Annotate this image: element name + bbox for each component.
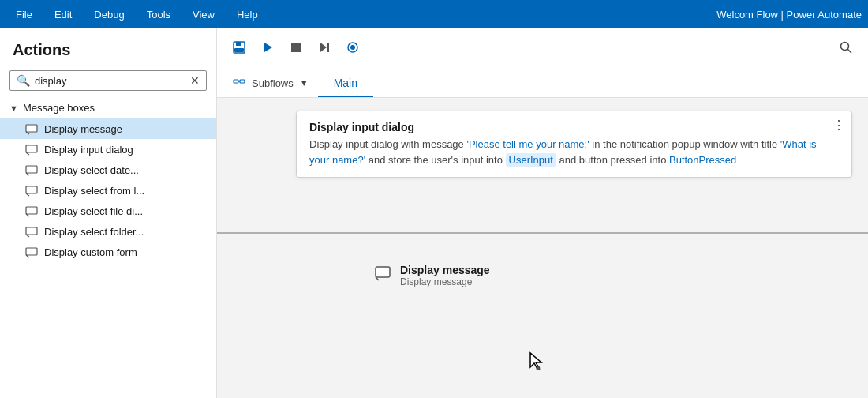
message-icon bbox=[25, 122, 38, 135]
sidebar-item-label-0: Display message bbox=[44, 123, 122, 135]
svg-rect-33 bbox=[537, 366, 541, 370]
flow-item-1: Display input dialog Display input dialo… bbox=[296, 111, 852, 178]
svg-rect-18 bbox=[291, 43, 301, 52]
sidebar-title: Actions bbox=[0, 28, 216, 67]
sidebar-item-display-message[interactable]: Display message bbox=[0, 118, 216, 139]
sidebar-item-display-select-file[interactable]: Display select file di... bbox=[0, 201, 216, 221]
save-button[interactable] bbox=[226, 35, 252, 60]
content-area: Subflows ▼ Main 1 Display input dialog bbox=[217, 28, 868, 398]
toolbar bbox=[217, 28, 868, 66]
sidebar-item-display-select-date[interactable]: Display select date... bbox=[0, 160, 216, 180]
svg-rect-16 bbox=[234, 48, 244, 52]
search-icon: 🔍 bbox=[17, 74, 30, 87]
more-options-button[interactable]: ⋮ bbox=[832, 118, 845, 133]
sidebar-item-display-select-from[interactable]: Display select from l... bbox=[0, 180, 216, 201]
step-button[interactable] bbox=[312, 35, 337, 60]
sidebar-item-label-3: Display select from l... bbox=[44, 185, 144, 197]
svg-rect-2 bbox=[26, 145, 37, 152]
message-icon-3 bbox=[25, 184, 38, 197]
flow-item-2-subtitle: Display message bbox=[400, 276, 490, 287]
flow-link-1: 'Please tell me your name:' bbox=[466, 138, 589, 150]
sidebar-item-display-select-folder[interactable]: Display select folder... bbox=[0, 221, 216, 242]
subflows-chevron: ▼ bbox=[300, 78, 309, 88]
message-icon-1 bbox=[25, 143, 38, 156]
svg-line-24 bbox=[847, 49, 851, 53]
svg-rect-20 bbox=[327, 43, 329, 52]
tab-subflows[interactable]: Subflows ▼ bbox=[223, 70, 318, 97]
message-icon-5 bbox=[25, 225, 38, 238]
search-input[interactable]: display bbox=[35, 75, 185, 87]
svg-rect-30 bbox=[376, 267, 390, 277]
message-icon-4 bbox=[25, 205, 38, 217]
record-button[interactable] bbox=[340, 35, 365, 60]
cursor-icon bbox=[529, 351, 544, 374]
svg-marker-17 bbox=[264, 43, 272, 52]
subflows-label: Subflows bbox=[252, 77, 294, 89]
flow-var-userinput: UserInput bbox=[506, 153, 556, 167]
svg-marker-19 bbox=[320, 43, 327, 52]
menu-help[interactable]: Help bbox=[227, 6, 268, 24]
flow-item-1-title: Display input dialog bbox=[309, 121, 823, 133]
main-layout: Actions 🔍 display ✕ ▼ Message boxes Disp… bbox=[0, 28, 868, 398]
canvas-divider bbox=[217, 232, 868, 234]
canvas: 1 Display input dialog Display input dia… bbox=[217, 98, 868, 398]
flow-item-2-title: Display message bbox=[400, 264, 490, 276]
svg-rect-8 bbox=[26, 207, 37, 214]
svg-rect-25 bbox=[234, 80, 238, 83]
menu-file[interactable]: File bbox=[6, 6, 42, 24]
svg-rect-12 bbox=[26, 248, 37, 255]
message-icon-2 bbox=[25, 163, 38, 176]
sidebar-item-label-5: Display select folder... bbox=[44, 226, 144, 238]
sidebar-item-label-1: Display input dialog bbox=[44, 144, 133, 156]
svg-point-22 bbox=[350, 45, 355, 50]
svg-rect-0 bbox=[26, 125, 37, 132]
clear-icon[interactable]: ✕ bbox=[190, 74, 200, 87]
menu-edit[interactable]: Edit bbox=[45, 6, 81, 24]
chevron-down-icon: ▼ bbox=[9, 103, 18, 113]
menu-tools[interactable]: Tools bbox=[137, 6, 180, 24]
section-label: Message boxes bbox=[23, 102, 95, 114]
flow-item-2-text: Display message Display message bbox=[400, 264, 490, 287]
sidebar-item-label-6: Display custom form bbox=[44, 246, 137, 258]
section-header-message-boxes[interactable]: ▼ Message boxes bbox=[0, 97, 216, 118]
flow-item-2: Display message Display message bbox=[375, 264, 490, 287]
menu-items: File Edit Debug Tools View Help bbox=[6, 6, 716, 24]
svg-rect-4 bbox=[26, 166, 37, 173]
message-icon-6 bbox=[25, 246, 38, 258]
menu-view[interactable]: View bbox=[183, 6, 224, 24]
tabs-bar: Subflows ▼ Main bbox=[217, 66, 868, 98]
stop-button[interactable] bbox=[283, 35, 309, 60]
svg-rect-15 bbox=[236, 42, 241, 46]
sidebar-item-display-input[interactable]: Display input dialog bbox=[0, 139, 216, 160]
search-button[interactable] bbox=[833, 35, 859, 60]
sidebar-item-label-4: Display select file di... bbox=[44, 205, 143, 217]
svg-rect-6 bbox=[26, 186, 37, 193]
menu-debug[interactable]: Debug bbox=[84, 6, 133, 24]
svg-marker-32 bbox=[530, 353, 541, 369]
flow-link-3: ButtonPressed bbox=[669, 154, 736, 166]
flow-item-1-desc: Display input dialog with message 'Pleas… bbox=[309, 137, 823, 167]
svg-rect-26 bbox=[240, 80, 245, 83]
sidebar: Actions 🔍 display ✕ ▼ Message boxes Disp… bbox=[0, 28, 217, 398]
search-box[interactable]: 🔍 display ✕ bbox=[9, 70, 207, 91]
main-tab-label: Main bbox=[334, 77, 357, 89]
app-title: Welcom Flow | Power Automate bbox=[716, 9, 862, 21]
run-button[interactable] bbox=[255, 35, 280, 60]
menu-bar: File Edit Debug Tools View Help Welcom F… bbox=[0, 0, 868, 28]
tab-main[interactable]: Main bbox=[318, 70, 373, 97]
sidebar-item-label-2: Display select date... bbox=[44, 164, 139, 176]
flow-item-2-icon bbox=[375, 265, 392, 287]
sidebar-item-display-custom-form[interactable]: Display custom form bbox=[0, 242, 216, 262]
svg-rect-10 bbox=[26, 227, 37, 235]
